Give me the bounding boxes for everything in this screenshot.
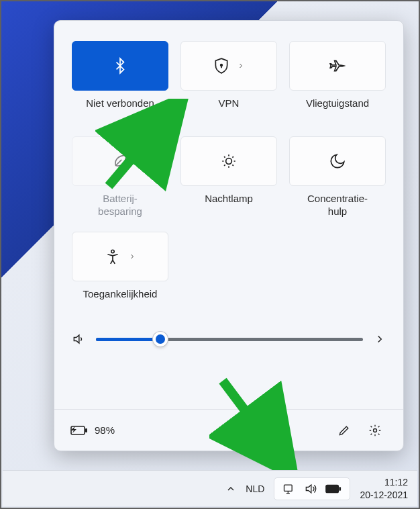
- quick-settings-panel: Niet verbonden VPN Vliegtuigstand Batter…: [54, 20, 404, 451]
- volume-tray-icon: [304, 482, 317, 496]
- moon-icon: [329, 152, 346, 170]
- chevron-right-icon: [128, 252, 136, 261]
- tile-bluetooth[interactable]: [72, 41, 168, 91]
- volume-slider[interactable]: [96, 338, 363, 341]
- tile-airplane-wrap: Vliegtuigstand: [289, 41, 386, 124]
- volume-row: [72, 332, 386, 346]
- svg-point-0: [221, 64, 223, 66]
- accessibility-icon: [104, 248, 121, 265]
- airplane-icon: [329, 57, 346, 75]
- tile-nightlight[interactable]: [180, 136, 277, 186]
- tile-airplane-label: Vliegtuigstand: [306, 97, 369, 124]
- edit-button[interactable]: [332, 418, 356, 443]
- tile-battery-saver-label: Batterij- besparing: [98, 193, 142, 220]
- tile-vpn-wrap: VPN: [180, 41, 277, 124]
- tile-battery-saver: [72, 136, 168, 186]
- tile-nightlight-label: Nachtlamp: [205, 193, 253, 220]
- battery-text: 98%: [95, 424, 115, 436]
- brightness-icon: [220, 152, 238, 170]
- svg-rect-10: [339, 487, 342, 491]
- clock-date: 20-12-2021: [360, 489, 408, 501]
- bluetooth-icon: [111, 57, 129, 75]
- volume-slider-thumb[interactable]: [153, 332, 168, 346]
- tile-accessibility-label: Toegankelijkheid: [83, 288, 158, 315]
- battery-charging-icon: [70, 425, 88, 436]
- chevron-right-icon[interactable]: [374, 333, 386, 345]
- tile-bluetooth-label: Niet verbonden: [86, 97, 154, 124]
- svg-point-1: [226, 158, 232, 165]
- tray-overflow-icon[interactable]: [225, 483, 236, 494]
- network-icon: [282, 482, 296, 496]
- shield-lock-icon: [213, 57, 230, 75]
- tile-vpn-label: VPN: [219, 97, 240, 124]
- settings-button[interactable]: [363, 418, 387, 443]
- tile-bluetooth-wrap: Niet verbonden: [72, 41, 168, 124]
- clock-time: 11:12: [360, 476, 408, 488]
- leaf-icon: [111, 152, 129, 170]
- language-indicator[interactable]: NLD: [246, 483, 264, 494]
- system-tray[interactable]: [274, 477, 350, 500]
- tiles-grid: Niet verbonden VPN Vliegtuigstand Batter…: [72, 41, 386, 315]
- svg-rect-9: [326, 485, 338, 492]
- battery-tray-icon: [325, 483, 342, 494]
- svg-rect-8: [284, 485, 293, 491]
- tile-focus-label: Concentratie- hulp: [307, 193, 368, 220]
- svg-point-2: [111, 250, 114, 252]
- clock[interactable]: 11:12 20-12-2021: [360, 476, 408, 500]
- pencil-icon: [337, 424, 351, 437]
- taskbar: NLD 11:12 20-12-2021: [3, 470, 417, 506]
- svg-rect-4: [85, 428, 87, 432]
- volume-icon: [72, 332, 85, 346]
- chevron-right-icon: [237, 62, 245, 70]
- tile-accessibility-wrap: Toegankelijkheid: [72, 232, 168, 315]
- volume-slider-fill: [96, 338, 160, 341]
- tile-airplane[interactable]: [289, 41, 386, 91]
- svg-point-5: [374, 428, 377, 432]
- tile-accessibility[interactable]: [72, 232, 168, 281]
- tile-focus[interactable]: [289, 136, 386, 186]
- tile-vpn[interactable]: [180, 41, 277, 91]
- battery-status[interactable]: 98%: [70, 424, 115, 436]
- panel-footer: 98%: [54, 409, 403, 451]
- tile-focus-wrap: Concentratie- hulp: [289, 136, 386, 220]
- tile-nightlight-wrap: Nachtlamp: [180, 136, 277, 220]
- gear-icon: [368, 424, 382, 437]
- tile-battery-saver-wrap: Batterij- besparing: [72, 136, 168, 220]
